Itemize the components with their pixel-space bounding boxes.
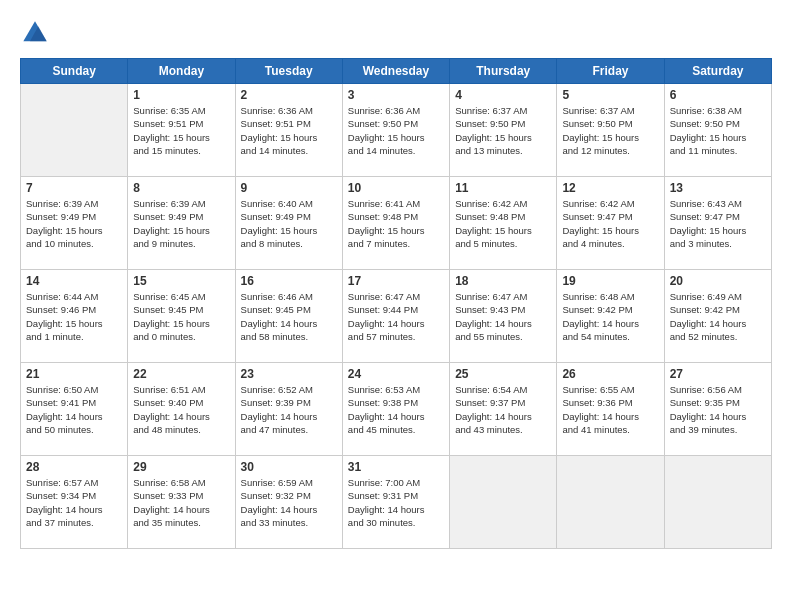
cal-cell: 9Sunrise: 6:40 AMSunset: 9:49 PMDaylight… <box>235 177 342 270</box>
day-number: 9 <box>241 181 337 195</box>
cell-info: Sunrise: 6:37 AMSunset: 9:50 PMDaylight:… <box>455 104 551 157</box>
cell-info: Sunrise: 6:40 AMSunset: 9:49 PMDaylight:… <box>241 197 337 250</box>
cal-cell: 10Sunrise: 6:41 AMSunset: 9:48 PMDayligh… <box>342 177 449 270</box>
cal-cell: 24Sunrise: 6:53 AMSunset: 9:38 PMDayligh… <box>342 363 449 456</box>
cell-info: Sunrise: 6:59 AMSunset: 9:32 PMDaylight:… <box>241 476 337 529</box>
day-number: 4 <box>455 88 551 102</box>
cell-info: Sunrise: 6:46 AMSunset: 9:45 PMDaylight:… <box>241 290 337 343</box>
day-header-thursday: Thursday <box>450 59 557 84</box>
logo-icon <box>20 18 50 48</box>
cal-cell <box>664 456 771 549</box>
calendar-table: SundayMondayTuesdayWednesdayThursdayFrid… <box>20 58 772 549</box>
cal-cell: 29Sunrise: 6:58 AMSunset: 9:33 PMDayligh… <box>128 456 235 549</box>
logo <box>20 18 54 48</box>
day-header-wednesday: Wednesday <box>342 59 449 84</box>
week-row-3: 14Sunrise: 6:44 AMSunset: 9:46 PMDayligh… <box>21 270 772 363</box>
cell-info: Sunrise: 6:42 AMSunset: 9:47 PMDaylight:… <box>562 197 658 250</box>
day-number: 25 <box>455 367 551 381</box>
cal-cell: 23Sunrise: 6:52 AMSunset: 9:39 PMDayligh… <box>235 363 342 456</box>
cell-info: Sunrise: 6:54 AMSunset: 9:37 PMDaylight:… <box>455 383 551 436</box>
day-number: 14 <box>26 274 122 288</box>
week-row-5: 28Sunrise: 6:57 AMSunset: 9:34 PMDayligh… <box>21 456 772 549</box>
day-header-monday: Monday <box>128 59 235 84</box>
day-number: 18 <box>455 274 551 288</box>
cell-info: Sunrise: 6:39 AMSunset: 9:49 PMDaylight:… <box>26 197 122 250</box>
day-header-friday: Friday <box>557 59 664 84</box>
cal-cell: 4Sunrise: 6:37 AMSunset: 9:50 PMDaylight… <box>450 84 557 177</box>
cal-cell: 19Sunrise: 6:48 AMSunset: 9:42 PMDayligh… <box>557 270 664 363</box>
cal-cell: 17Sunrise: 6:47 AMSunset: 9:44 PMDayligh… <box>342 270 449 363</box>
day-header-tuesday: Tuesday <box>235 59 342 84</box>
cal-cell <box>450 456 557 549</box>
day-number: 5 <box>562 88 658 102</box>
cell-info: Sunrise: 6:47 AMSunset: 9:43 PMDaylight:… <box>455 290 551 343</box>
day-number: 30 <box>241 460 337 474</box>
day-number: 6 <box>670 88 766 102</box>
cal-cell: 20Sunrise: 6:49 AMSunset: 9:42 PMDayligh… <box>664 270 771 363</box>
cell-info: Sunrise: 6:57 AMSunset: 9:34 PMDaylight:… <box>26 476 122 529</box>
cell-info: Sunrise: 6:55 AMSunset: 9:36 PMDaylight:… <box>562 383 658 436</box>
day-number: 20 <box>670 274 766 288</box>
cal-cell: 30Sunrise: 6:59 AMSunset: 9:32 PMDayligh… <box>235 456 342 549</box>
cell-info: Sunrise: 6:42 AMSunset: 9:48 PMDaylight:… <box>455 197 551 250</box>
cell-info: Sunrise: 6:52 AMSunset: 9:39 PMDaylight:… <box>241 383 337 436</box>
cal-cell: 27Sunrise: 6:56 AMSunset: 9:35 PMDayligh… <box>664 363 771 456</box>
cell-info: Sunrise: 6:37 AMSunset: 9:50 PMDaylight:… <box>562 104 658 157</box>
day-number: 13 <box>670 181 766 195</box>
cell-info: Sunrise: 6:49 AMSunset: 9:42 PMDaylight:… <box>670 290 766 343</box>
cal-cell: 11Sunrise: 6:42 AMSunset: 9:48 PMDayligh… <box>450 177 557 270</box>
cal-cell: 3Sunrise: 6:36 AMSunset: 9:50 PMDaylight… <box>342 84 449 177</box>
day-number: 11 <box>455 181 551 195</box>
week-row-4: 21Sunrise: 6:50 AMSunset: 9:41 PMDayligh… <box>21 363 772 456</box>
day-number: 26 <box>562 367 658 381</box>
day-number: 17 <box>348 274 444 288</box>
cal-cell: 7Sunrise: 6:39 AMSunset: 9:49 PMDaylight… <box>21 177 128 270</box>
day-number: 16 <box>241 274 337 288</box>
cal-cell: 31Sunrise: 7:00 AMSunset: 9:31 PMDayligh… <box>342 456 449 549</box>
page: SundayMondayTuesdayWednesdayThursdayFrid… <box>0 0 792 612</box>
cell-info: Sunrise: 6:36 AMSunset: 9:50 PMDaylight:… <box>348 104 444 157</box>
cal-cell: 1Sunrise: 6:35 AMSunset: 9:51 PMDaylight… <box>128 84 235 177</box>
day-number: 28 <box>26 460 122 474</box>
cell-info: Sunrise: 6:58 AMSunset: 9:33 PMDaylight:… <box>133 476 229 529</box>
day-number: 1 <box>133 88 229 102</box>
cal-cell: 6Sunrise: 6:38 AMSunset: 9:50 PMDaylight… <box>664 84 771 177</box>
cell-info: Sunrise: 6:38 AMSunset: 9:50 PMDaylight:… <box>670 104 766 157</box>
cell-info: Sunrise: 6:48 AMSunset: 9:42 PMDaylight:… <box>562 290 658 343</box>
day-number: 21 <box>26 367 122 381</box>
cal-cell: 25Sunrise: 6:54 AMSunset: 9:37 PMDayligh… <box>450 363 557 456</box>
cal-cell: 15Sunrise: 6:45 AMSunset: 9:45 PMDayligh… <box>128 270 235 363</box>
cell-info: Sunrise: 6:56 AMSunset: 9:35 PMDaylight:… <box>670 383 766 436</box>
cell-info: Sunrise: 6:47 AMSunset: 9:44 PMDaylight:… <box>348 290 444 343</box>
day-number: 8 <box>133 181 229 195</box>
header-row: SundayMondayTuesdayWednesdayThursdayFrid… <box>21 59 772 84</box>
day-number: 19 <box>562 274 658 288</box>
cal-cell: 2Sunrise: 6:36 AMSunset: 9:51 PMDaylight… <box>235 84 342 177</box>
cal-cell: 21Sunrise: 6:50 AMSunset: 9:41 PMDayligh… <box>21 363 128 456</box>
cell-info: Sunrise: 7:00 AMSunset: 9:31 PMDaylight:… <box>348 476 444 529</box>
cal-cell: 26Sunrise: 6:55 AMSunset: 9:36 PMDayligh… <box>557 363 664 456</box>
cal-cell: 18Sunrise: 6:47 AMSunset: 9:43 PMDayligh… <box>450 270 557 363</box>
day-number: 2 <box>241 88 337 102</box>
cal-cell <box>557 456 664 549</box>
day-number: 10 <box>348 181 444 195</box>
cal-cell: 28Sunrise: 6:57 AMSunset: 9:34 PMDayligh… <box>21 456 128 549</box>
cal-cell: 22Sunrise: 6:51 AMSunset: 9:40 PMDayligh… <box>128 363 235 456</box>
day-number: 22 <box>133 367 229 381</box>
week-row-2: 7Sunrise: 6:39 AMSunset: 9:49 PMDaylight… <box>21 177 772 270</box>
cell-info: Sunrise: 6:43 AMSunset: 9:47 PMDaylight:… <box>670 197 766 250</box>
cell-info: Sunrise: 6:41 AMSunset: 9:48 PMDaylight:… <box>348 197 444 250</box>
cal-cell: 12Sunrise: 6:42 AMSunset: 9:47 PMDayligh… <box>557 177 664 270</box>
day-number: 24 <box>348 367 444 381</box>
cell-info: Sunrise: 6:39 AMSunset: 9:49 PMDaylight:… <box>133 197 229 250</box>
cell-info: Sunrise: 6:35 AMSunset: 9:51 PMDaylight:… <box>133 104 229 157</box>
day-number: 29 <box>133 460 229 474</box>
cal-cell: 5Sunrise: 6:37 AMSunset: 9:50 PMDaylight… <box>557 84 664 177</box>
day-header-sunday: Sunday <box>21 59 128 84</box>
day-number: 3 <box>348 88 444 102</box>
header <box>20 18 772 48</box>
day-header-saturday: Saturday <box>664 59 771 84</box>
cell-info: Sunrise: 6:50 AMSunset: 9:41 PMDaylight:… <box>26 383 122 436</box>
cal-cell <box>21 84 128 177</box>
cell-info: Sunrise: 6:36 AMSunset: 9:51 PMDaylight:… <box>241 104 337 157</box>
